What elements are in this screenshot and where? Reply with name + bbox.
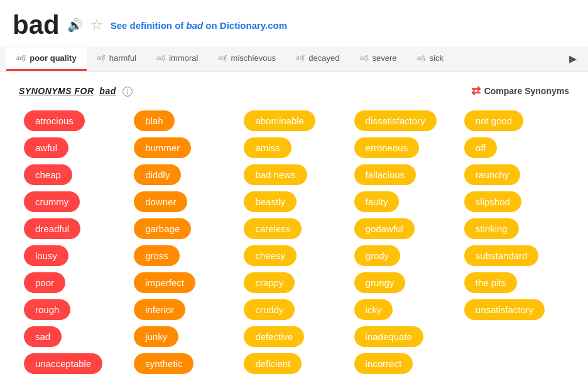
- pill-rough[interactable]: rough: [24, 299, 70, 320]
- synonyms-title-area: SYNONYMS FOR bad i: [19, 85, 133, 97]
- pill-atrocious[interactable]: atrocious: [24, 110, 85, 131]
- tab-label: immoral: [169, 53, 198, 63]
- tab-adj-label: adj.: [16, 55, 27, 61]
- dict-link-word: bad: [187, 20, 204, 31]
- tab-harmful[interactable]: adj.harmful: [87, 47, 146, 71]
- pill-fallacious[interactable]: fallacious: [354, 164, 416, 185]
- dictionary-link[interactable]: See definition of bad on Dictionary.com: [111, 20, 287, 31]
- compare-synonyms-button[interactable]: ⇄ Compare Synonyms: [471, 84, 569, 98]
- pill-dreadful[interactable]: dreadful: [24, 218, 80, 239]
- pill-cheesy[interactable]: cheesy: [244, 245, 297, 266]
- pill-faulty[interactable]: faulty: [354, 191, 400, 212]
- synonyms-title: SYNONYMS FOR bad: [19, 86, 119, 96]
- pill-cheap[interactable]: cheap: [24, 164, 72, 185]
- tab-label: decayed: [308, 53, 339, 63]
- pill-defective[interactable]: defective: [244, 326, 304, 347]
- header: bad 🔊 ☆ See definition of bad on Diction…: [0, 0, 588, 46]
- tabs-next-arrow[interactable]: ▶: [564, 46, 582, 71]
- pill-bummer[interactable]: bummer: [134, 137, 191, 158]
- pill-synthetic[interactable]: synthetic: [134, 353, 193, 374]
- pill-gross[interactable]: gross: [134, 245, 180, 266]
- tab-label: poor quality: [30, 53, 76, 63]
- compare-label: Compare Synonyms: [484, 86, 569, 96]
- tabs-container: adj.poor qualityadj.harmfuladj.immoralad…: [6, 47, 454, 71]
- pill-stinking[interactable]: stinking: [464, 218, 519, 239]
- tab-adj-label: adj.: [359, 55, 369, 61]
- pill-incorrect[interactable]: incorrect: [354, 353, 413, 374]
- pill-poor[interactable]: poor: [24, 272, 65, 293]
- pill-inferior[interactable]: inferior: [134, 299, 185, 320]
- pill-off[interactable]: off: [464, 137, 497, 158]
- pill-cruddy[interactable]: cruddy: [244, 299, 295, 320]
- pill-col-1: blahbummerdiddlydownergarbagegrossimperf…: [129, 110, 239, 374]
- pill-col-4: not goodoffraunchyslipshodstinkingsubsta…: [459, 110, 569, 374]
- pill-deficient[interactable]: deficient: [244, 353, 302, 374]
- tab-sick[interactable]: adj.sick: [407, 47, 454, 71]
- tab-adj-label: adj.: [156, 55, 166, 61]
- tabs-bar: adj.poor qualityadj.harmfuladj.immoralad…: [0, 46, 588, 72]
- pill-crappy[interactable]: crappy: [244, 272, 295, 293]
- tab-immoral[interactable]: adj.immoral: [146, 47, 208, 71]
- pill-diddly[interactable]: diddly: [134, 164, 181, 185]
- pill-amiss[interactable]: amiss: [244, 137, 291, 158]
- pill-beastly[interactable]: beastly: [244, 191, 297, 212]
- pill-not-good[interactable]: not good: [464, 110, 523, 131]
- pill-junky[interactable]: junky: [134, 326, 178, 347]
- pill-dissatisfactory[interactable]: dissatisfactory: [354, 110, 437, 131]
- tab-adj-label: adj.: [296, 55, 306, 61]
- pill-raunchy[interactable]: raunchy: [464, 164, 520, 185]
- pill-imperfect[interactable]: imperfect: [134, 272, 195, 293]
- pill-grungy[interactable]: grungy: [354, 272, 406, 293]
- pill-crummy[interactable]: crummy: [24, 191, 80, 212]
- tab-decayed[interactable]: adj.decayed: [286, 47, 349, 71]
- word-title: bad: [13, 10, 60, 40]
- pill-abominable[interactable]: abominable: [244, 110, 315, 131]
- tab-adj-label: adj.: [417, 55, 427, 61]
- tab-label: severe: [373, 53, 397, 63]
- tab-poor-quality[interactable]: adj.poor quality: [6, 47, 87, 71]
- pill-careless[interactable]: careless: [244, 218, 302, 239]
- tab-mischievous[interactable]: adj.mischievous: [208, 47, 286, 71]
- main-content: SYNONYMS FOR bad i ⇄ Compare Synonyms at…: [0, 72, 588, 386]
- pill-unsatisfactory[interactable]: unsatisfactory: [464, 299, 545, 320]
- pills-grid: atrociousawfulcheapcrummydreadfullousypo…: [19, 110, 569, 374]
- pill-col-0: atrociousawfulcheapcrummydreadfullousypo…: [19, 110, 129, 374]
- pill-icky[interactable]: icky: [354, 299, 393, 320]
- synonyms-header: SYNONYMS FOR bad i ⇄ Compare Synonyms: [19, 84, 569, 98]
- pill-the-pits[interactable]: the pits: [464, 272, 517, 293]
- tab-label: mischievous: [231, 53, 276, 63]
- tab-adj-label: adj.: [97, 55, 107, 61]
- pill-bad-news[interactable]: bad news: [244, 164, 307, 185]
- pill-downer[interactable]: downer: [134, 191, 187, 212]
- compare-icon: ⇄: [471, 84, 481, 98]
- pill-garbage[interactable]: garbage: [134, 218, 191, 239]
- pill-lousy[interactable]: lousy: [24, 245, 68, 266]
- pill-godawful[interactable]: godawful: [354, 218, 415, 239]
- speaker-icon[interactable]: 🔊: [67, 18, 83, 33]
- star-icon[interactable]: ☆: [90, 17, 103, 33]
- tab-label: sick: [430, 53, 444, 63]
- pill-col-3: dissatisfactoryerroneousfallaciousfaulty…: [349, 110, 459, 374]
- pill-awful[interactable]: awful: [24, 137, 68, 158]
- pill-erroneous[interactable]: erroneous: [354, 137, 420, 158]
- pill-col-2: abominableamissbad newsbeastlycarelessch…: [239, 110, 349, 374]
- pill-sad[interactable]: sad: [24, 326, 62, 347]
- tab-label: harmful: [109, 53, 136, 63]
- pill-inadequate[interactable]: inadequate: [354, 326, 423, 347]
- pill-grody[interactable]: grody: [354, 245, 401, 266]
- pill-substandard[interactable]: substandard: [464, 245, 539, 266]
- info-icon[interactable]: i: [122, 87, 133, 97]
- pill-blah[interactable]: blah: [134, 110, 174, 131]
- pill-slipshod[interactable]: slipshod: [464, 191, 521, 212]
- tab-severe[interactable]: adj.severe: [349, 47, 406, 71]
- tab-adj-label: adj.: [218, 55, 228, 61]
- pill-unacceptable[interactable]: unacceptable: [24, 353, 102, 374]
